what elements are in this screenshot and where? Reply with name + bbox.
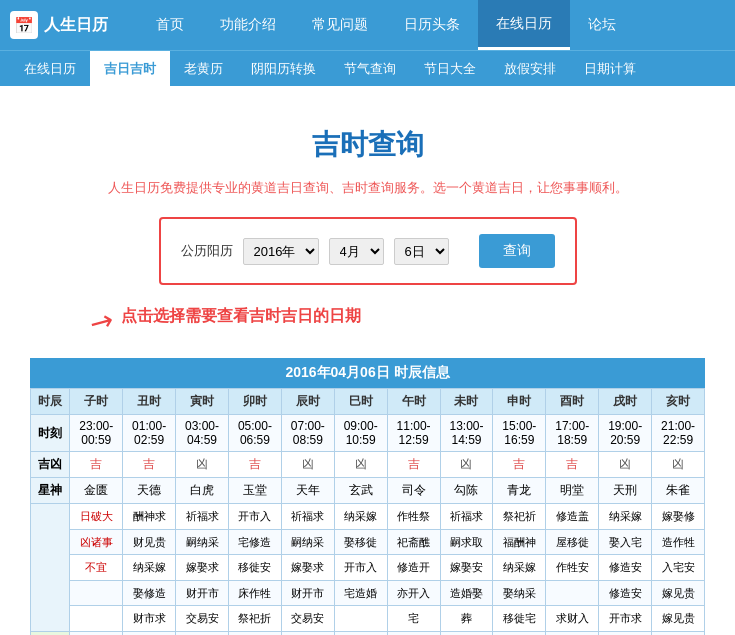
content-hai-5: 嫁见贵 bbox=[652, 606, 705, 632]
month-select[interactable]: 1月2月3月 4月 5月6月 bbox=[329, 238, 384, 265]
content-shen-5: 移徙宅 bbox=[493, 606, 546, 632]
cell-shike-wu: 11:00-12:59 bbox=[387, 415, 440, 452]
logo-text: 人生日历 bbox=[44, 15, 108, 36]
content-hai-4: 嫁见贵 bbox=[652, 580, 705, 606]
col-header-mao: 卯时 bbox=[228, 389, 281, 415]
content-wei-1: 祈福求 bbox=[440, 504, 493, 530]
hint-text: 点击选择需要查看吉时吉日的日期 bbox=[121, 305, 361, 327]
content-you-1: 修造盖 bbox=[546, 504, 599, 530]
content-xu-2: 娶入宅 bbox=[599, 529, 652, 555]
cell-shike-zi: 23:00-00:59 bbox=[70, 415, 123, 452]
xingshen-you: 明堂 bbox=[546, 478, 599, 504]
jixiong-chou: 吉 bbox=[123, 452, 176, 478]
content-shen-2: 福酬神 bbox=[493, 529, 546, 555]
cell-shike-chou: 01:00-02:59 bbox=[123, 415, 176, 452]
content-xu-5: 开市求 bbox=[599, 606, 652, 632]
table-row-content4: 娶修造 财开市 床作牲 财开市 宅造婚 亦开入 造婚娶 娶纳采 修造安 嫁见贵 bbox=[31, 580, 705, 606]
cell-shike-shen: 15:00-16:59 bbox=[493, 415, 546, 452]
yi-chen bbox=[281, 631, 334, 635]
table-row-yi: 宜 安葬 求财入 开市求 求财 bbox=[31, 631, 705, 635]
col-header-si: 巳时 bbox=[334, 389, 387, 415]
content-chou-1: 酬神求 bbox=[123, 504, 176, 530]
yi-si bbox=[334, 631, 387, 635]
nav-online-calendar[interactable]: 在线日历 bbox=[478, 0, 570, 50]
yi-chou: 安葬 bbox=[123, 631, 176, 635]
label-xingshen: 星神 bbox=[31, 478, 70, 504]
subnav-yinyang-convert[interactable]: 阴阳历转换 bbox=[237, 51, 330, 87]
cell-shike-hai: 21:00-22:59 bbox=[652, 415, 705, 452]
yi-yin bbox=[176, 631, 229, 635]
subnav-jiri-jishi[interactable]: 吉日吉时 bbox=[90, 51, 170, 87]
xingshen-wei: 勾陈 bbox=[440, 478, 493, 504]
subnav-jieqi[interactable]: 节气查询 bbox=[330, 51, 410, 87]
content-mao-4: 床作牲 bbox=[228, 580, 281, 606]
content-wu-5: 宅 bbox=[387, 606, 440, 632]
cell-shike-chen: 07:00-08:59 bbox=[281, 415, 334, 452]
content-si-3: 开市入 bbox=[334, 555, 387, 581]
jixiong-shen: 吉 bbox=[493, 452, 546, 478]
nav-features[interactable]: 功能介绍 bbox=[202, 0, 294, 50]
jixiong-chen: 凶 bbox=[281, 452, 334, 478]
cell-shike-you: 17:00-18:59 bbox=[546, 415, 599, 452]
col-header-shen: 申时 bbox=[493, 389, 546, 415]
col-header-shichen: 时辰 bbox=[31, 389, 70, 415]
table-row-shike: 时刻 23:00-00:59 01:00-02:59 03:00-04:59 0… bbox=[31, 415, 705, 452]
content-chen-4: 财开市 bbox=[281, 580, 334, 606]
hint-section: ↗ 点击选择需要查看吉时吉日的日期 bbox=[30, 305, 705, 338]
xingshen-hai: 朱雀 bbox=[652, 478, 705, 504]
jixiong-wu: 吉 bbox=[387, 452, 440, 478]
nav-faq[interactable]: 常见问题 bbox=[294, 0, 386, 50]
xingshen-mao: 玉堂 bbox=[228, 478, 281, 504]
content-mao-2: 宅修造 bbox=[228, 529, 281, 555]
jixiong-zi: 吉 bbox=[70, 452, 123, 478]
nav-forum[interactable]: 论坛 bbox=[570, 0, 634, 50]
col-header-chou: 丑时 bbox=[123, 389, 176, 415]
subnav-jieri[interactable]: 节日大全 bbox=[410, 51, 490, 87]
content-yin-2: 嗣纳采 bbox=[176, 529, 229, 555]
jixiong-si: 凶 bbox=[334, 452, 387, 478]
cell-shike-si: 09:00-10:59 bbox=[334, 415, 387, 452]
nav-headlines[interactable]: 日历头条 bbox=[386, 0, 478, 50]
content-zi-2: 凶诸事 bbox=[70, 529, 123, 555]
content-shen-3: 纳采嫁 bbox=[493, 555, 546, 581]
col-header-yin: 寅时 bbox=[176, 389, 229, 415]
content-si-5 bbox=[334, 606, 387, 632]
jixiong-you: 吉 bbox=[546, 452, 599, 478]
yi-you: 开市求 bbox=[546, 631, 599, 635]
content-zi-1: 日破大 bbox=[70, 504, 123, 530]
cell-shike-wei: 13:00-14:59 bbox=[440, 415, 493, 452]
table-row-content1: 日破大 酬神求 祈福求 开市入 祈福求 纳采嫁 作牲祭 祈福求 祭祀祈 修造盖 … bbox=[31, 504, 705, 530]
content-chen-1: 祈福求 bbox=[281, 504, 334, 530]
table-section: 2016年04月06日 时辰信息 时辰 子时 丑时 寅时 卯时 辰时 巳时 午时… bbox=[30, 358, 705, 635]
nav-home[interactable]: 首页 bbox=[138, 0, 202, 50]
top-navbar: 📅 人生日历 首页 功能介绍 常见问题 日历头条 在线日历 论坛 bbox=[0, 0, 735, 50]
yi-mao bbox=[228, 631, 281, 635]
query-button[interactable]: 查询 bbox=[479, 234, 555, 268]
label-jixiong: 吉凶 bbox=[31, 452, 70, 478]
content-chou-2: 财见贵 bbox=[123, 529, 176, 555]
yi-zi bbox=[70, 631, 123, 635]
content-chou-4: 娶修造 bbox=[123, 580, 176, 606]
subnav-online-calendar[interactable]: 在线日历 bbox=[10, 51, 90, 87]
jixiong-yin: 凶 bbox=[176, 452, 229, 478]
subnav-laohongli[interactable]: 老黄历 bbox=[170, 51, 237, 87]
content-yin-3: 嫁娶求 bbox=[176, 555, 229, 581]
yi-xu bbox=[599, 631, 652, 635]
subnav-holiday[interactable]: 放假安排 bbox=[490, 51, 570, 87]
content-si-1: 纳采嫁 bbox=[334, 504, 387, 530]
year-select[interactable]: 2016年 2015年 2017年 bbox=[243, 238, 319, 265]
logo-icon: 📅 bbox=[10, 11, 38, 39]
col-header-wei: 未时 bbox=[440, 389, 493, 415]
content-you-4 bbox=[546, 580, 599, 606]
content-wu-1: 作牲祭 bbox=[387, 504, 440, 530]
xingshen-xu: 天刑 bbox=[599, 478, 652, 504]
table-header-row: 时辰 子时 丑时 寅时 卯时 辰时 巳时 午时 未时 申时 酉时 戌时 亥时 bbox=[31, 389, 705, 415]
label-yi-bottom: 宜 bbox=[31, 631, 70, 635]
day-select[interactable]: 1日2日3日 4日5日 6日 bbox=[394, 238, 449, 265]
content-shen-4: 娶纳采 bbox=[493, 580, 546, 606]
content-mao-1: 开市入 bbox=[228, 504, 281, 530]
subnav-date-calc[interactable]: 日期计算 bbox=[570, 51, 650, 87]
content-zi-3: 不宜 bbox=[70, 555, 123, 581]
content-shen-1: 祭祀祈 bbox=[493, 504, 546, 530]
content-mao-5: 祭祀折 bbox=[228, 606, 281, 632]
